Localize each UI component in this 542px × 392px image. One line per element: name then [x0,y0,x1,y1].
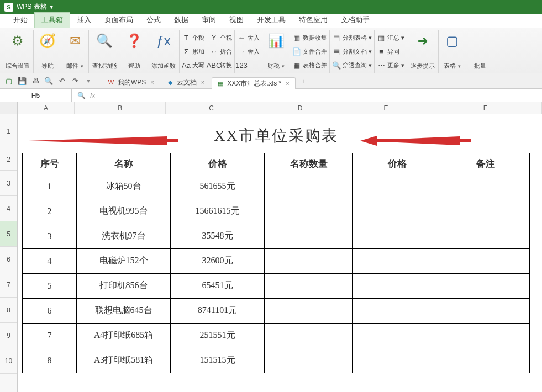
ribbon-button-批量[interactable]: 批量 [466,30,494,73]
table-cell[interactable] [265,224,353,248]
close-tab-icon[interactable]: × [286,80,289,87]
table-cell[interactable]: 8741101元 [171,298,265,323]
table-cell[interactable]: 8 [23,348,77,373]
redo-icon[interactable]: ↷ [70,76,81,87]
table-cell[interactable] [353,273,441,298]
table-cell[interactable] [265,248,353,273]
menu-tab-2[interactable]: 插入 [70,13,98,28]
cell-reference-box[interactable]: H5 [0,89,72,102]
table-cell[interactable] [265,273,353,298]
menu-tab-0[interactable]: 开始 [7,13,34,28]
table-header-cell[interactable]: 名称 [77,153,171,174]
col-header-C[interactable]: C [166,102,257,114]
ribbon-button-财税[interactable]: 📊财税 ▾ [262,30,290,73]
table-cell[interactable]: 6 [23,298,77,323]
row-header-6[interactable]: 6 [0,247,17,272]
ribbon-item[interactable]: ▦数据收集 [292,31,327,44]
table-cell[interactable]: 35548元 [171,224,265,248]
ribbon-item[interactable]: ←舍入 [237,31,260,44]
ribbon-item[interactable]: ▤分割表格▾ [332,31,372,44]
menu-tab-6[interactable]: 审阅 [195,13,223,28]
new-doc-icon[interactable]: ▢ [3,76,14,87]
table-cell[interactable]: 电视机995台 [77,199,171,224]
save-icon[interactable]: 💾 [17,76,28,87]
table-cell[interactable] [353,348,441,373]
row-header-5[interactable]: 5 [0,221,17,247]
menu-tab-1[interactable]: 工具箱 [34,12,70,28]
row-header-7[interactable]: 7 [0,272,17,298]
table-header-cell[interactable]: 序号 [23,153,77,174]
table-cell[interactable]: 2 [23,199,77,224]
table-cell[interactable] [441,273,530,298]
table-cell[interactable]: A4打印纸685箱 [77,323,171,348]
undo-icon[interactable]: ↶ [56,76,67,87]
ribbon-item[interactable]: ▤分割文档▾ [332,45,372,58]
table-cell[interactable]: 561655元 [171,174,265,199]
fx-search-icon[interactable]: 🔍 [77,92,86,99]
ribbon-item[interactable]: 📄文件合并 [292,45,327,58]
table-cell[interactable]: 1 [23,174,77,199]
ribbon-item[interactable]: ↔拆合 [209,45,232,58]
table-cell[interactable]: 电磁炉152个 [77,248,171,273]
table-cell[interactable] [353,174,441,199]
menu-tab-9[interactable]: 特色应用 [292,13,334,28]
ribbon-item[interactable]: ABC转换 [209,59,232,72]
doc-tab-0[interactable]: W我的WPS× [102,76,160,88]
ribbon-item[interactable]: Σ累加 [182,45,204,58]
table-cell[interactable]: 5 [23,273,77,298]
table-cell[interactable] [353,298,441,323]
row-header-9[interactable]: 9 [0,323,17,348]
table-cell[interactable] [353,199,441,224]
ribbon-button-添加函数[interactable]: ƒx添加函数 [148,30,180,73]
ribbon-item[interactable]: 🔍穿透查询▾ [332,59,372,72]
menu-tab-7[interactable]: 视图 [223,13,250,28]
table-cell[interactable] [265,348,353,373]
row-header-3[interactable]: 3 [0,171,17,196]
ribbon-button-导航[interactable]: 🧭导航 [34,30,61,73]
menu-tab-10[interactable]: 文档助手 [334,13,376,28]
row-header-8[interactable]: 8 [0,298,17,323]
table-cell[interactable] [441,348,530,373]
table-cell[interactable]: 洗衣机97台 [77,224,171,248]
print-preview-icon[interactable]: 🔍 [43,76,54,87]
menu-tab-8[interactable]: 开发工具 [250,13,292,28]
table-cell[interactable]: A3打印纸581箱 [77,348,171,373]
ribbon-item[interactable]: 123 [237,59,260,72]
table-cell[interactable]: 4 [23,248,77,273]
table-cell[interactable] [441,174,530,199]
grid-body[interactable]: XX市单位采购表序号名称价格名称数量价格备注1冰箱50台561655元2电视机9… [18,119,542,373]
table-cell[interactable] [353,248,441,273]
doc-tab-2[interactable]: ▦XXX市汇总表.xls *× [212,77,295,89]
table-header-cell[interactable]: 价格 [353,153,441,174]
ribbon-item[interactable]: →舍入 [237,45,260,58]
table-cell[interactable]: 联想电脑645台 [77,298,171,323]
table-cell[interactable]: 冰箱50台 [77,174,171,199]
menu-tab-3[interactable]: 页面布局 [98,13,140,28]
table-cell[interactable]: 3 [23,224,77,248]
table-cell[interactable]: 打印机856台 [77,273,171,298]
fx-label[interactable]: fx [90,92,95,99]
ribbon-item[interactable]: Aa大写 [182,59,204,72]
table-cell[interactable] [441,298,530,323]
table-cell[interactable] [265,199,353,224]
ribbon-button-逐步提示[interactable]: ➜逐步提示 [407,30,439,73]
table-cell[interactable] [441,323,530,348]
table-cell[interactable]: 65451元 [171,273,265,298]
ribbon-button-表格[interactable]: ▢表格 ▾ [439,30,466,73]
col-header-E[interactable]: E [343,102,429,114]
table-header-cell[interactable]: 名称数量 [265,153,353,174]
ribbon-button-查找功能[interactable]: 🔍查找功能 [89,30,120,73]
table-cell[interactable] [265,298,353,323]
ribbon-item[interactable]: T个税 [182,31,204,44]
table-cell[interactable]: 151515元 [171,348,265,373]
col-header-B[interactable]: B [75,102,166,114]
row-header-2[interactable]: 2 [0,149,17,171]
menu-tab-4[interactable]: 公式 [140,13,167,28]
table-cell[interactable]: 251551元 [171,323,265,348]
ribbon-button-综合设置[interactable]: ⚙综合设置 [2,30,34,73]
table-cell[interactable]: 15661615元 [171,199,265,224]
table-cell[interactable] [265,323,353,348]
qat-dropdown-icon[interactable]: ▼ [83,76,94,87]
ribbon-button-帮助[interactable]: ❓帮助 [120,30,148,73]
table-cell[interactable] [353,323,441,348]
